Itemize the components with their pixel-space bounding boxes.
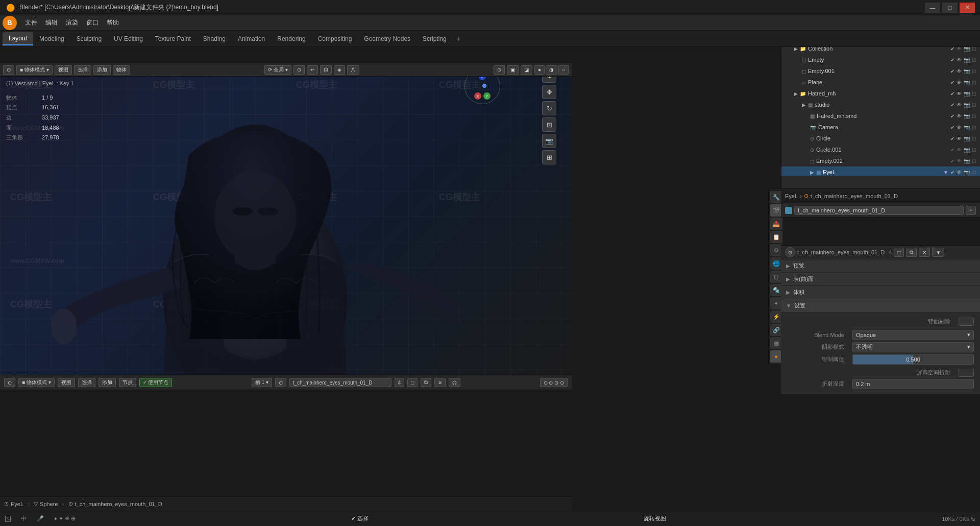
blender-logo[interactable]: B: [3, 16, 17, 30]
editor-type-btn[interactable]: ⊙: [4, 378, 15, 387]
outliner-item-circle001[interactable]: ⊙ Circle.001 ✔ 👁 📷 ⊡: [781, 144, 980, 155]
modifier-props-btn[interactable]: 🔩: [770, 284, 782, 296]
blend-mode-dropdown[interactable]: Opaque ▾: [852, 330, 974, 340]
object-mode-bottom[interactable]: ■ 物体模式 ▾: [18, 378, 55, 387]
particles-btn[interactable]: ✦: [770, 297, 782, 309]
object-props-btn[interactable]: ◻: [770, 271, 782, 283]
menu-edit[interactable]: 编辑: [41, 16, 62, 29]
tab-animation[interactable]: Animation: [232, 33, 271, 45]
outliner-item-empty002[interactable]: ◻ Empty.002 ✔ 👁 📷 ⊡: [781, 155, 980, 166]
rotate-tool[interactable]: ↻: [542, 101, 556, 115]
maximize-button[interactable]: □: [942, 3, 958, 13]
main-viewport[interactable]: CG模型主 CG模型主 CG模型主 CG模型主 www.CGMXW.com CG…: [0, 63, 572, 375]
outliner-item-circle[interactable]: ⊙ Circle ✔ 👁 📷 ⊡: [781, 133, 980, 144]
clip-threshold-slider[interactable]: 0.500: [852, 354, 974, 365]
global-btn[interactable]: ⟳ 全局 ▾: [264, 65, 291, 75]
tab-scripting[interactable]: Scripting: [416, 33, 453, 45]
viewport-icon-btn[interactable]: ⊙: [3, 65, 14, 75]
outliner-item-empty001[interactable]: ◻ Empty.001 ✔ 👁 📷 ⊡: [781, 65, 980, 77]
render-props-btn[interactable]: 🎬: [770, 204, 782, 217]
menu-file[interactable]: 文件: [21, 16, 41, 29]
material-add-btn[interactable]: +: [966, 206, 976, 215]
backface-culling-checkbox[interactable]: [959, 318, 974, 326]
volume-section-header[interactable]: ▶ 体积: [781, 286, 980, 299]
add-menu[interactable]: 添加: [93, 65, 111, 75]
snap-btn[interactable]: ⊙: [293, 65, 305, 75]
conn-btn-2[interactable]: ⧉: [906, 248, 917, 257]
conn-btn-1[interactable]: □: [894, 248, 904, 257]
transform-orient-btn[interactable]: ◈: [334, 65, 345, 75]
viewport-icons-right[interactable]: ⊙ ⊙ ⊙ ⊙: [540, 378, 568, 387]
material-btn[interactable]: ●: [770, 350, 782, 363]
mat-btn-2[interactable]: ⧉: [421, 378, 431, 387]
object-data-btn[interactable]: ▦: [770, 337, 782, 349]
scale-tool[interactable]: ⊡: [542, 117, 556, 132]
view-btn-bottom[interactable]: 视图: [58, 378, 75, 387]
mat-btn-close[interactable]: ✕: [434, 378, 446, 387]
refraction-depth-value[interactable]: 0.2 m: [852, 379, 974, 389]
add-btn-bottom[interactable]: 添加: [99, 378, 116, 387]
physics-btn[interactable]: ⚡: [770, 310, 782, 323]
scene-props-btn[interactable]: 🔧: [770, 191, 782, 203]
outliner-item-empty[interactable]: ◻ Empty ✔ 👁 📷 ⊡: [781, 54, 980, 65]
select-btn-bottom[interactable]: 选择: [78, 378, 95, 387]
overlay-btn[interactable]: ▣: [507, 65, 519, 75]
shadow-mode-dropdown[interactable]: 不透明 ▾: [852, 342, 974, 352]
surface-section-header[interactable]: ▶ 表(曲)面: [781, 273, 980, 286]
outliner-item-eyelL[interactable]: ▶ ▦ EyeL ▼ ✔ 👁 📷 ⊡: [781, 166, 980, 176]
output-props-btn[interactable]: 📤: [770, 218, 782, 230]
conn-btn-x[interactable]: ✕: [919, 248, 930, 257]
menu-help[interactable]: 帮助: [103, 16, 123, 29]
ssr-checkbox[interactable]: [959, 369, 974, 377]
view-layer-props-btn[interactable]: 📋: [770, 231, 782, 243]
extra-btn[interactable]: 八: [347, 65, 359, 75]
outliner-item-camera[interactable]: 📷 Camera ✔ 👁 📷 ⊡: [781, 122, 980, 133]
node-editor-icon[interactable]: ⊙: [275, 378, 286, 387]
slot-btn[interactable]: 槽 1 ▾: [252, 378, 272, 387]
proportional-btn[interactable]: ↩: [307, 65, 318, 75]
view-menu[interactable]: 视图: [55, 65, 72, 75]
close-button[interactable]: ✕: [960, 3, 975, 13]
tab-shading[interactable]: Shading: [197, 33, 232, 45]
tab-sculpting[interactable]: Sculpting: [70, 33, 108, 45]
menu-render[interactable]: 渲染: [62, 16, 82, 29]
add-workspace-button[interactable]: +: [453, 32, 465, 45]
select-menu[interactable]: 选择: [74, 65, 91, 75]
object-mode-dropdown[interactable]: ■ 物体模式 ▾: [16, 65, 53, 75]
tab-compositing[interactable]: Compositing: [312, 33, 358, 45]
menu-window[interactable]: 窗口: [82, 16, 103, 29]
xray-btn[interactable]: ◪: [521, 65, 532, 75]
material-sphere-icon[interactable]: ⊙: [785, 247, 795, 257]
material-shading[interactable]: ◑: [546, 65, 557, 75]
mat-btn-1[interactable]: □: [407, 378, 418, 387]
outliner-item-studio[interactable]: ▶ ▦ studio ✔ 👁 📷 ⊡: [781, 99, 980, 110]
preview-section-header[interactable]: ▶ 预览: [781, 259, 980, 273]
use-nodes-checkbox[interactable]: ✓ 使用节点: [139, 378, 173, 387]
minimize-button[interactable]: —: [925, 3, 940, 13]
world-props-btn[interactable]: 🌐: [770, 257, 782, 270]
solid-shading[interactable]: ●: [534, 65, 545, 75]
object-menu[interactable]: 物体: [113, 65, 130, 75]
conn-filter-btn[interactable]: ▼: [932, 248, 944, 257]
camera-tool[interactable]: 📷: [542, 134, 556, 148]
outliner-item-plane[interactable]: ▱ Plane ✔ 👁 📷 ⊡: [781, 77, 980, 88]
move-tool[interactable]: ✥: [542, 85, 556, 99]
tab-layout[interactable]: Layout: [3, 32, 33, 45]
outliner-item-hatred[interactable]: ▶ 📁 Hatred_mh ✔ 👁 📷 ⊡: [781, 88, 980, 99]
settings-section-header[interactable]: ▼ 设置: [781, 299, 980, 313]
tab-modeling[interactable]: Modeling: [33, 33, 70, 45]
material-name-input[interactable]: [794, 206, 964, 215]
constraints-btn[interactable]: 🔗: [770, 324, 782, 336]
rendered-shading[interactable]: ○: [558, 65, 569, 75]
shading-dots[interactable]: ⊙: [494, 65, 505, 75]
mat-btn-link[interactable]: ☊: [449, 378, 460, 387]
tab-texture-paint[interactable]: Texture Paint: [149, 33, 197, 45]
node-btn-bottom[interactable]: 节点: [119, 378, 136, 387]
tab-uv-editing[interactable]: UV Editing: [108, 33, 149, 45]
tab-rendering[interactable]: Rendering: [271, 33, 311, 45]
transform-pivot-btn[interactable]: ☊: [320, 65, 332, 75]
scene-settings-btn[interactable]: ⚙: [770, 244, 782, 256]
tab-geometry-nodes[interactable]: Geometry Nodes: [358, 33, 416, 45]
grid-tool[interactable]: ⊞: [542, 150, 556, 164]
material-count-bottom[interactable]: 4: [395, 378, 405, 387]
